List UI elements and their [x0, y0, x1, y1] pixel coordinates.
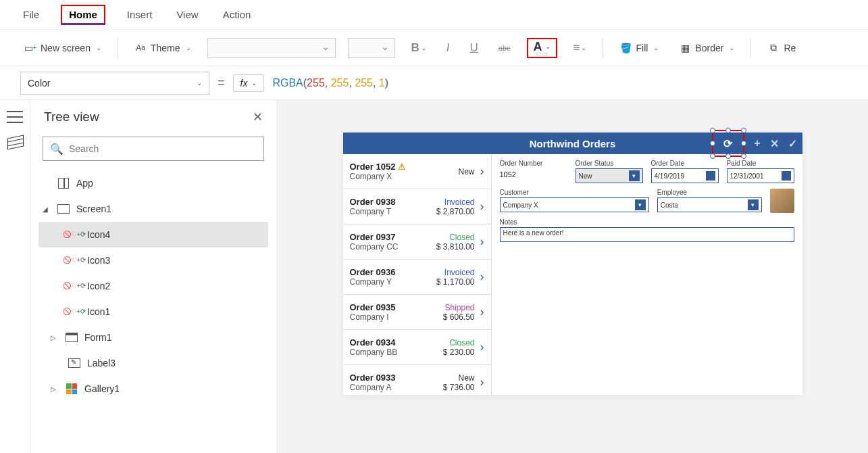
ribbon-separator [118, 38, 118, 58]
new-screen-icon: ▭+ [24, 42, 36, 54]
chevron-down-icon: ⌄ [251, 79, 257, 87]
order-number: Order 0936 [350, 267, 428, 277]
border-button[interactable]: ▦ Border ⌄ [675, 39, 738, 57]
underline-button[interactable]: U [466, 41, 482, 55]
order-list-item[interactable]: Order 0933Company ANew$ 736.00› [343, 365, 491, 395]
order-status: Closed [428, 233, 475, 242]
property-select[interactable]: Color ⌄ [20, 72, 209, 95]
bold-button[interactable]: B⌄ [407, 41, 430, 55]
tree-item-icon2[interactable]: 🚫♡+⟳ Icon2 [39, 273, 268, 299]
order-amount: $ 2,870.00 [428, 207, 475, 216]
reorder-icon: ⧉ [767, 42, 780, 54]
notes-input[interactable]: Here is a new order! [500, 227, 794, 242]
layers-icon [7, 137, 22, 147]
tree-item-label: App [76, 178, 93, 189]
order-amount: $ 230.00 [428, 348, 475, 357]
order-amount: $ 736.00 [428, 383, 475, 392]
chevron-down-icon: ▾ [635, 199, 646, 210]
tree-view-tab[interactable] [0, 137, 22, 147]
order-list-item[interactable]: Order 0936Company YInvoiced$ 1,170.00› [343, 260, 491, 295]
menu-action[interactable]: Action [220, 3, 254, 26]
order-list-item[interactable]: Order 0935Company IShipped$ 606.50› [343, 295, 491, 330]
tree-item-app[interactable]: App [39, 170, 268, 196]
reorder-label: Re [784, 43, 796, 53]
header-actions: + ✕ ✓ [754, 137, 796, 150]
fx-button[interactable]: fx⌄ [233, 74, 265, 92]
tree-item-label: Form1 [84, 332, 111, 343]
order-status-select[interactable]: New▾ [576, 168, 643, 183]
order-list-item[interactable]: Order 0934Company BBClosed$ 230.00› [343, 330, 491, 365]
form-icon [66, 333, 78, 342]
tree-item-label: Icon3 [87, 255, 110, 266]
order-amount: $ 606.50 [428, 312, 475, 322]
caret-right-icon[interactable]: ▷ [51, 385, 59, 393]
order-amount: $ 1,170.00 [428, 277, 475, 287]
paid-date-input[interactable]: 12/31/2001 [727, 168, 794, 183]
strikethrough-button[interactable]: abc [494, 44, 515, 52]
caret-right-icon[interactable]: ▷ [51, 334, 59, 341]
gallery-icon [66, 383, 77, 394]
chevron-down-icon: ▾ [629, 170, 640, 181]
calendar-icon [706, 171, 715, 181]
order-company: Company BB [350, 348, 428, 357]
tree-item-label: Gallery1 [84, 383, 120, 394]
ribbon: ▭+ New screen ⌄ Aa Theme ⌄ B⌄ I U abc A⌄… [0, 30, 868, 66]
close-icon[interactable]: ✕ [253, 110, 263, 124]
new-screen-button[interactable]: ▭+ New screen ⌄ [20, 39, 105, 57]
menu-view[interactable]: View [174, 3, 201, 26]
menu-home[interactable]: Home [61, 5, 105, 25]
font-color-icon: A [534, 41, 542, 53]
add-icon[interactable]: + [754, 137, 760, 149]
order-list-item[interactable]: Order 0938Company TInvoiced$ 2,870.00› [343, 189, 491, 224]
chevron-down-icon: ▾ [748, 199, 759, 210]
font-size-select[interactable] [348, 38, 395, 58]
sync-icon: 🚫♡+⟳ [67, 280, 82, 292]
order-list[interactable]: Order 1052 ⚠Company XNew›Order 0938Compa… [343, 154, 492, 395]
selected-control-icon4[interactable]: ⟳ [712, 130, 744, 157]
employee-avatar [770, 189, 794, 213]
formula-input[interactable]: RGBA(255, 255, 255, 1) [272, 72, 848, 95]
tree-item-icon1[interactable]: 🚫♡+⟳ Icon1 [39, 299, 268, 325]
caret-down-icon[interactable]: ◢ [43, 206, 51, 213]
tree-item-icon3[interactable]: 🚫♡+⟳ Icon3 [39, 247, 268, 273]
chevron-right-icon: › [475, 375, 484, 389]
order-status-label: Order Status [576, 160, 643, 167]
order-list-item[interactable]: Order 0937Company CCClosed$ 3,810.00› [343, 224, 491, 260]
hamburger-icon[interactable] [7, 111, 23, 123]
save-icon[interactable]: ✓ [788, 137, 797, 150]
order-list-item[interactable]: Order 1052 ⚠Company XNew› [343, 154, 491, 189]
order-status: Shipped [428, 303, 475, 312]
search-box[interactable]: 🔍 [43, 137, 264, 161]
menu-file[interactable]: File [20, 3, 42, 26]
customer-select[interactable]: Company X▾ [500, 197, 649, 212]
tree-item-screen1[interactable]: ◢ Screen1 [39, 196, 268, 222]
chevron-down-icon: ⌄ [653, 44, 659, 51]
theme-button[interactable]: Aa Theme ⌄ [130, 39, 195, 57]
search-input[interactable] [69, 143, 257, 154]
font-color-button[interactable]: A⌄ [527, 38, 557, 58]
detail-form: Order Number1052 Order StatusNew▾ Order … [492, 154, 802, 395]
order-date-input[interactable]: 4/19/2019 [651, 168, 719, 183]
order-status: New [428, 167, 475, 176]
font-family-select[interactable] [207, 38, 336, 58]
app-title: Northwind Orders [530, 138, 616, 149]
italic-button[interactable]: I [442, 41, 454, 55]
tree-item-form1[interactable]: ▷ Form1 [39, 325, 268, 350]
canvas[interactable]: Northwind Orders ⟳ + ✕ ✓ Order 1052 ⚠Com… [277, 100, 868, 453]
employee-select[interactable]: Costa▾ [657, 197, 762, 212]
order-number: Order 1052 ⚠ [350, 162, 428, 172]
label-icon [68, 358, 80, 368]
align-button[interactable]: ≡⌄ [569, 41, 591, 55]
chevron-down-icon: ⌄ [545, 43, 551, 50]
reorder-button[interactable]: ⧉ Re [763, 39, 800, 57]
fill-button[interactable]: 🪣 Fill ⌄ [615, 39, 663, 57]
ribbon-separator [750, 38, 751, 58]
tree-item-gallery1[interactable]: ▷ Gallery1 [39, 376, 268, 402]
order-company: Company X [350, 172, 428, 181]
cancel-icon[interactable]: ✕ [770, 137, 779, 150]
customer-label: Customer [500, 189, 649, 196]
tree-item-icon4[interactable]: 🚫♡+⟳ Icon4 [39, 222, 268, 247]
tree-item-label3[interactable]: Label3 [39, 350, 268, 376]
menu-insert[interactable]: Insert [124, 3, 155, 26]
sync-icon: 🚫♡+⟳ [67, 254, 82, 266]
